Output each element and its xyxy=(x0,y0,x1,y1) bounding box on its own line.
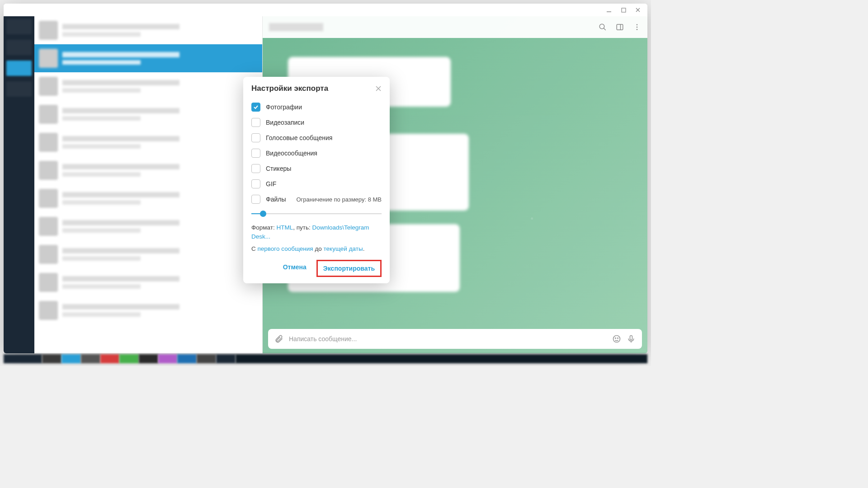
option-video-messages[interactable]: Видеосообщения xyxy=(251,145,382,161)
folder-item[interactable] xyxy=(6,40,32,55)
chat-row[interactable] xyxy=(34,72,262,100)
chat-row[interactable] xyxy=(34,240,262,268)
svg-point-4 xyxy=(599,24,604,29)
folder-item-selected[interactable] xyxy=(6,61,32,76)
format-path-line: Формат: HTML, путь: Downloads\Telegram D… xyxy=(251,223,382,242)
export-button[interactable]: Экспортировать xyxy=(316,260,382,277)
chat-row[interactable] xyxy=(34,16,262,44)
svg-point-11 xyxy=(613,336,620,343)
titlebar xyxy=(4,4,647,16)
option-label: Видеосообщения xyxy=(266,150,317,157)
export-settings-modal: Настройки экспорта Фотографии Видеозапис… xyxy=(243,77,390,283)
composer[interactable]: Написать сообщение... xyxy=(268,329,642,349)
svg-rect-14 xyxy=(630,336,632,340)
text: . xyxy=(363,245,365,252)
emoji-icon[interactable] xyxy=(612,334,621,343)
option-voice[interactable]: Голосовые сообщения xyxy=(251,130,382,145)
svg-rect-6 xyxy=(617,24,623,30)
chat-row[interactable] xyxy=(34,268,262,296)
option-label: GIF xyxy=(266,180,276,188)
chat-row[interactable] xyxy=(34,156,262,184)
svg-line-5 xyxy=(604,28,606,30)
modal-actions: Отмена Экспортировать xyxy=(251,260,382,277)
chat-row[interactable] xyxy=(34,128,262,156)
option-files[interactable]: Файлы Ограничение по размеру: 8 МВ xyxy=(251,192,382,207)
slider-thumb[interactable] xyxy=(260,211,266,217)
chat-row[interactable] xyxy=(34,212,262,240)
voice-icon[interactable] xyxy=(627,334,636,343)
search-icon[interactable] xyxy=(599,23,607,31)
format-link[interactable]: HTML xyxy=(276,224,293,231)
cancel-button[interactable]: Отмена xyxy=(278,260,312,277)
taskbar xyxy=(4,354,647,363)
checkbox-unchecked-icon[interactable] xyxy=(251,179,260,188)
svg-point-9 xyxy=(637,27,638,28)
app-window: Написать сообщение... Настройки экспорта… xyxy=(4,4,647,353)
option-label: Видеозаписи xyxy=(266,119,304,126)
window-close-button[interactable] xyxy=(635,7,641,13)
svg-point-8 xyxy=(637,24,638,25)
checkbox-unchecked-icon[interactable] xyxy=(251,149,260,158)
option-label: Фотографии xyxy=(266,103,302,111)
maximize-button[interactable] xyxy=(620,7,627,13)
composer-placeholder: Написать сообщение... xyxy=(289,335,607,343)
svg-point-13 xyxy=(618,338,618,339)
checkbox-unchecked-icon[interactable] xyxy=(251,118,260,127)
folder-item[interactable] xyxy=(6,81,32,97)
option-videos[interactable]: Видеозаписи xyxy=(251,115,382,130)
chat-header xyxy=(263,16,647,38)
slider-track xyxy=(251,213,382,214)
minimize-button[interactable] xyxy=(606,7,612,13)
attach-icon[interactable] xyxy=(274,334,283,343)
size-limit-label: Ограничение по размеру: 8 МВ xyxy=(296,196,382,203)
text: С xyxy=(251,245,258,252)
svg-rect-1 xyxy=(622,8,626,12)
text: , путь: xyxy=(293,224,312,231)
modal-title: Настройки экспорта xyxy=(251,84,328,93)
svg-point-10 xyxy=(637,29,638,30)
to-date-link[interactable]: текущей даты xyxy=(324,245,363,252)
svg-point-12 xyxy=(615,338,616,339)
chat-row[interactable] xyxy=(34,184,262,212)
chat-row[interactable] xyxy=(34,100,262,128)
checkbox-unchecked-icon[interactable] xyxy=(251,133,260,142)
folder-strip xyxy=(4,16,34,353)
date-range-line: С первого сообщения до текущей даты. xyxy=(251,244,382,253)
chat-list xyxy=(34,16,263,353)
text: Формат: xyxy=(251,224,276,231)
chat-row[interactable] xyxy=(34,296,262,324)
option-gif[interactable]: GIF xyxy=(251,176,382,192)
folder-item[interactable] xyxy=(6,19,32,34)
option-photos[interactable]: Фотографии xyxy=(251,99,382,115)
more-icon[interactable] xyxy=(633,23,641,31)
size-slider[interactable] xyxy=(251,210,382,218)
checkbox-unchecked-icon[interactable] xyxy=(251,195,260,204)
checkbox-checked-icon[interactable] xyxy=(251,103,260,112)
chat-row-selected[interactable] xyxy=(34,44,262,72)
option-label: Голосовые сообщения xyxy=(266,134,332,141)
from-date-link[interactable]: первого сообщения xyxy=(258,245,313,252)
chat-title-blurred xyxy=(269,23,323,31)
option-label: Файлы xyxy=(266,196,286,203)
checkbox-unchecked-icon[interactable] xyxy=(251,164,260,173)
option-stickers[interactable]: Стикеры xyxy=(251,161,382,176)
sidepanel-icon[interactable] xyxy=(616,23,624,31)
modal-close-button[interactable] xyxy=(375,85,382,92)
text: до xyxy=(313,245,324,252)
option-label: Стикеры xyxy=(266,165,291,172)
